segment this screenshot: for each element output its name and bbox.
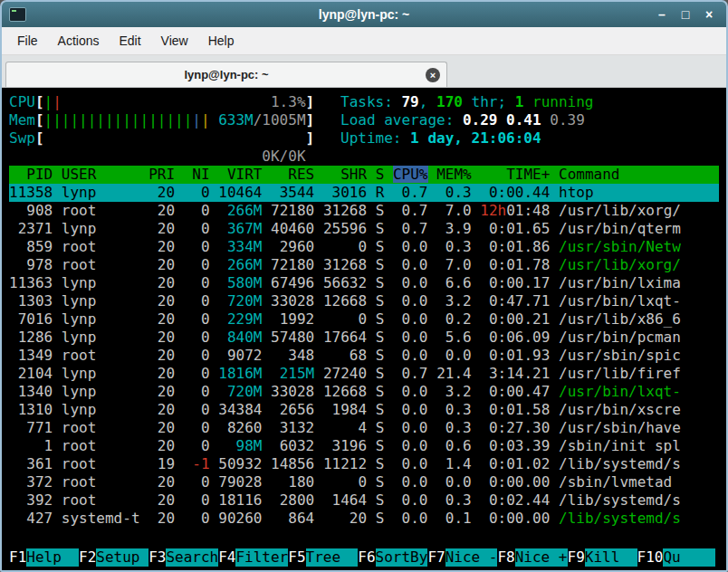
- process-row-1310[interactable]: 1310 lynp 20 0 34384 2656 1984 S 0.0 0.3…: [9, 401, 719, 419]
- column-header-pid[interactable]: PID: [9, 166, 53, 183]
- maximize-button[interactable]: □: [675, 5, 695, 24]
- process-row-1340[interactable]: 1340 lynp 20 0 720M 33028 12668 S 0.0 3.…: [9, 383, 719, 401]
- tab-bar: lynp@lyn-pc: ~×: [2, 55, 726, 88]
- column-header-cpu[interactable]: CPU%: [393, 166, 428, 183]
- column-header-shr[interactable]: SHR: [323, 166, 367, 183]
- blank-line: [9, 148, 719, 166]
- tab-close-icon[interactable]: ×: [426, 68, 440, 82]
- fkey-f5-tree[interactable]: F5Tree: [288, 548, 358, 567]
- process-row-11363[interactable]: 11363 lynp 20 0 580M 67496 56632 S 0.0 6…: [9, 274, 719, 292]
- fkey-f9-kill[interactable]: F9Kill: [568, 548, 637, 567]
- column-header-res[interactable]: RES: [271, 166, 314, 183]
- menu-item-file[interactable]: File: [7, 29, 48, 52]
- column-header-mem[interactable]: MEM%: [436, 166, 472, 183]
- process-row-908[interactable]: 908 root 20 0 266M 72180 31268 S 0.7 7.0…: [9, 202, 719, 220]
- stats-column: Tasks: 79, 170 thr; 1 running Load avera…: [340, 93, 593, 148]
- column-header-virt[interactable]: VIRT: [218, 166, 262, 183]
- terminal-window: lynp@lyn-pc: ~ –□× FileActionsEditViewHe…: [0, 0, 728, 572]
- fkey-f6-sortby[interactable]: F6SortBy: [358, 548, 427, 567]
- fkey-f8-nice-[interactable]: F8Nice +: [497, 548, 567, 567]
- menu-item-edit[interactable]: Edit: [109, 29, 150, 52]
- process-row-1[interactable]: 1 root 20 0 98M 6032 3196 S 0.0 0.6 0:03…: [9, 437, 719, 455]
- process-row-771[interactable]: 771 root 20 0 8260 3132 4 S 0.0 0.3 0:27…: [9, 419, 719, 437]
- process-row-1303[interactable]: 1303 lynp 20 0 720M 33028 12668 S 0.0 3.…: [9, 292, 719, 310]
- swp-meter: Swp[0K/0K]: [9, 129, 314, 148]
- fkey-f2-setup[interactable]: F2Setup: [79, 548, 148, 567]
- tab-lynp[interactable]: lynp@lyn-pc: ~×: [5, 62, 447, 87]
- window-controls: –□×: [652, 5, 719, 24]
- cpu-meter: CPU[||1.3%]: [9, 93, 314, 111]
- fkey-f3-search[interactable]: F3Search: [148, 548, 218, 567]
- process-row-2104[interactable]: 2104 lynp 20 0 1816M 215M 27240 S 0.7 21…: [9, 365, 719, 383]
- tab-title: lynp@lyn-pc: ~: [184, 68, 268, 81]
- process-row-978[interactable]: 978 root 20 0 266M 72180 31268 S 0.0 7.0…: [9, 256, 719, 274]
- uptime-line: Uptime: 1 day, 21:06:04: [340, 129, 593, 148]
- process-row-392[interactable]: 392 root 20 0 18116 2800 1464 S 0.0 0.3 …: [9, 491, 719, 510]
- terminal-app-icon: [9, 7, 26, 22]
- fkey-f1-help[interactable]: F1Help: [9, 548, 79, 567]
- fkey-f4-filter[interactable]: F4Filter: [218, 548, 288, 567]
- fkey-f10-qu[interactable]: F10Qu: [637, 548, 716, 567]
- menu-bar: FileActionsEditViewHelp: [2, 27, 726, 55]
- close-button[interactable]: ×: [699, 5, 719, 24]
- column-header-ni[interactable]: NI: [184, 166, 210, 183]
- menu-item-actions[interactable]: Actions: [48, 29, 110, 52]
- column-header-s[interactable]: S: [376, 166, 385, 183]
- process-row-427[interactable]: 427 systemd-t 20 0 90260 864 20 S 0.0 0.…: [9, 510, 719, 528]
- process-row-859[interactable]: 859 root 20 0 334M 2960 0 S 0.0 0.3 0:01…: [9, 238, 719, 256]
- process-row-7016[interactable]: 7016 lynp 20 0 229M 1992 0 S 0.0 0.2 0:0…: [9, 310, 719, 329]
- load-average-line: Load average: 0.29 0.41 0.39: [340, 111, 593, 129]
- function-key-bar: F1HelpF2SetupF3SearchF4FilterF5TreeF6Sor…: [9, 548, 719, 567]
- process-row-1349[interactable]: 1349 root 20 0 9072 348 68 S 0.0 0.0 0:0…: [9, 347, 719, 365]
- process-row-372[interactable]: 372 root 20 0 79028 180 0 S 0.0 0.0 0:00…: [9, 473, 719, 491]
- process-row-361[interactable]: 361 root 19 -1 50932 14856 11212 S 0.0 1…: [9, 455, 719, 473]
- terminal-screen[interactable]: CPU[||1.3%] Mem[|||||||||||||||||||633M/…: [2, 88, 726, 570]
- process-table-header: PID USER PRI NI VIRT RES SHR S CPU% MEM%…: [9, 166, 719, 184]
- mem-meter: Mem[|||||||||||||||||||633M/1005M]: [9, 111, 314, 129]
- meters-column: CPU[||1.3%] Mem[|||||||||||||||||||633M/…: [9, 93, 314, 148]
- column-header-pri[interactable]: PRI: [148, 166, 175, 183]
- column-header-time[interactable]: TIME+: [480, 166, 550, 183]
- window-title: lynp@lyn-pc: ~: [319, 7, 409, 22]
- process-row-11358[interactable]: 11358 lynp 20 0 10464 3544 3016 R 0.7 0.…: [9, 184, 719, 202]
- fkey-f7-nice-[interactable]: F7Nice -: [427, 548, 497, 567]
- titlebar[interactable]: lynp@lyn-pc: ~ –□×: [2, 2, 726, 27]
- process-row-2371[interactable]: 2371 lynp 20 0 367M 40460 25596 S 0.7 3.…: [9, 220, 719, 238]
- column-header-command[interactable]: Command: [559, 166, 619, 183]
- menu-item-view[interactable]: View: [151, 29, 198, 52]
- process-table: 11358 lynp 20 0 10464 3544 3016 R 0.7 0.…: [9, 184, 719, 528]
- tasks-line: Tasks: 79, 170 thr; 1 running: [340, 93, 593, 111]
- process-row-1286[interactable]: 1286 lynp 20 0 840M 57480 17664 S 0.0 5.…: [9, 329, 719, 347]
- menu-item-help[interactable]: Help: [198, 29, 244, 52]
- minimize-button[interactable]: –: [652, 5, 672, 24]
- htop-meters-area: CPU[||1.3%] Mem[|||||||||||||||||||633M/…: [9, 93, 719, 148]
- column-header-user[interactable]: USER: [62, 166, 140, 183]
